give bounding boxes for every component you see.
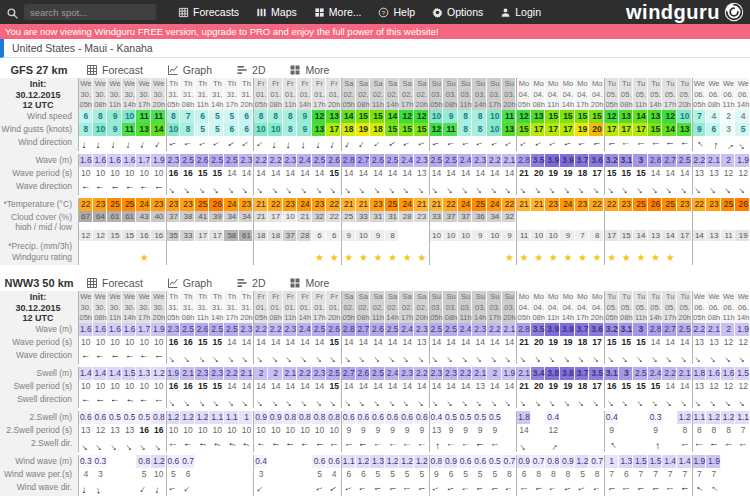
direction-cell: → xyxy=(516,180,531,195)
forecast-cell: 6 xyxy=(443,468,458,481)
nav-item-help[interactable]: ?Help xyxy=(378,6,415,18)
forecast-cell xyxy=(399,230,414,241)
forecast-cell: 15 xyxy=(516,123,531,136)
precip-cell xyxy=(239,241,254,251)
forecast-cell: 14 xyxy=(370,336,385,349)
tab-more[interactable]: More xyxy=(289,64,329,76)
direction-arrow-icon: → xyxy=(341,181,356,195)
forecast-cell: 2.6 xyxy=(326,323,341,336)
tab-forecast[interactable]: Forecast xyxy=(86,64,143,76)
forecast-cell: 11 xyxy=(443,123,458,136)
direction-cell: → xyxy=(209,180,224,195)
forecast-cell: 8 xyxy=(692,424,707,437)
direction-cell: → xyxy=(458,349,473,364)
forecast-cell: 14 xyxy=(385,380,400,393)
forecast-cell: 2.8 xyxy=(648,323,663,336)
direction-arrow-icon: → xyxy=(516,438,531,452)
top-navbar: ForecastsMapsMore...?HelpOptionsLogin wi… xyxy=(0,0,750,24)
nav-item-options[interactable]: Options xyxy=(432,6,483,18)
forecast-cell: 12 xyxy=(399,110,414,123)
direction-arrow-icon: → xyxy=(502,350,517,364)
direction-cell: → xyxy=(268,136,283,151)
forecast-cell: 9 xyxy=(399,424,414,437)
direction-arrow-icon: → xyxy=(443,394,458,408)
direction-arrow-icon: → xyxy=(95,351,106,364)
forecast-cell: 23 xyxy=(370,198,385,211)
direction-cell: → xyxy=(604,136,619,151)
nav-item-login[interactable]: Login xyxy=(500,6,541,18)
forecast-cell: 14 xyxy=(662,380,677,393)
forecast-cell: 32 xyxy=(312,211,327,222)
breadcrumb[interactable]: United States - Maui - Kanaha xyxy=(0,39,750,58)
direction-cell: → xyxy=(443,136,458,151)
tab-forecast[interactable]: Forecast xyxy=(86,277,143,289)
forecast-cell: 2.7 xyxy=(662,323,677,336)
search-input[interactable] xyxy=(24,4,156,20)
direction-cell: → xyxy=(385,481,400,496)
forecast-cell: 9 xyxy=(560,230,575,241)
direction-arrow-icon: → xyxy=(560,350,575,364)
forecast-cell xyxy=(195,468,210,481)
direction-cell: → xyxy=(209,349,224,364)
forecast-cell: 16 xyxy=(136,230,151,241)
direction-arrow-icon: → xyxy=(694,439,705,452)
col-header: We30.11h xyxy=(107,78,122,110)
row-label: Wind gusts (knots) xyxy=(0,123,78,136)
row-label: Cloud cover (%) xyxy=(0,211,78,222)
forecast-cell: 14 xyxy=(341,167,356,180)
tab-2d[interactable]: 2D xyxy=(236,277,265,289)
forecast-cell: 23 xyxy=(239,198,254,211)
direction-cell: → xyxy=(341,349,356,364)
tab-2d[interactable]: 2D xyxy=(236,64,265,76)
direction-cell: → xyxy=(706,437,721,452)
direction-cell: → xyxy=(502,136,517,151)
direction-cell: → xyxy=(268,180,283,195)
forecast-cell: 2.1 xyxy=(516,367,531,380)
forecast-cell: 18 xyxy=(341,123,356,136)
col-header: Fr01.17h xyxy=(312,291,327,323)
forecast-cell: 23 xyxy=(575,198,590,211)
forecast-cell: 2.8 xyxy=(341,323,356,336)
forecast-cell: 17 xyxy=(268,211,283,222)
forecast-cell: 18 xyxy=(370,123,385,136)
forecast-cell: 10 xyxy=(429,230,444,241)
forecast-cell: 28 xyxy=(399,211,414,222)
col-header: Mo04.05h xyxy=(516,78,531,110)
direction-cell: → xyxy=(692,393,707,408)
direction-arrow-icon: → xyxy=(180,181,195,195)
direction-arrow-icon: → xyxy=(619,181,634,195)
forecast-cell: 22 xyxy=(268,198,283,211)
precip-cell xyxy=(706,241,721,251)
forecast-cell: 14 xyxy=(399,336,414,349)
free-version-banner[interactable]: You are now viewing Windguru FREE versio… xyxy=(0,24,750,39)
forecast-cell: 15 xyxy=(370,110,385,123)
forecast-cell: 6 xyxy=(341,468,356,481)
direction-cell: → xyxy=(356,180,371,195)
tab-graph[interactable]: Graph xyxy=(167,64,212,76)
direction-arrow-icon: → xyxy=(416,482,428,496)
nav-item-maps[interactable]: Maps xyxy=(256,6,297,18)
rating-cell xyxy=(209,251,224,265)
tab-more[interactable]: More xyxy=(289,277,329,289)
direction-cell: → xyxy=(531,481,546,496)
forecast-cell: 1.6 xyxy=(107,323,122,336)
forecast-cell: 16 xyxy=(180,380,195,393)
forecast-cell: 16 xyxy=(166,336,181,349)
direction-arrow-icon: → xyxy=(154,351,164,364)
direction-cell: → xyxy=(180,437,195,452)
direction-arrow-icon: → xyxy=(662,350,677,364)
direction-arrow-icon: → xyxy=(472,350,487,364)
direction-arrow-icon: → xyxy=(197,439,209,452)
forecast-cell: 2.4 xyxy=(399,154,414,167)
direction-arrow-icon: → xyxy=(531,181,546,195)
forecast-cell: 2.5 xyxy=(385,154,400,167)
forecast-cell: 2.1 xyxy=(502,323,517,336)
tab-graph[interactable]: Graph xyxy=(167,277,212,289)
nav-item-more[interactable]: More... xyxy=(314,6,362,18)
forecast-cell: 10 xyxy=(253,424,268,437)
row-label: *Temperature (°C) xyxy=(0,198,78,211)
forecast-cell: 16 xyxy=(180,336,195,349)
forecast-cell: 9 xyxy=(107,123,122,136)
rating-cell xyxy=(429,251,444,265)
nav-item-forecasts[interactable]: Forecasts xyxy=(178,6,239,18)
